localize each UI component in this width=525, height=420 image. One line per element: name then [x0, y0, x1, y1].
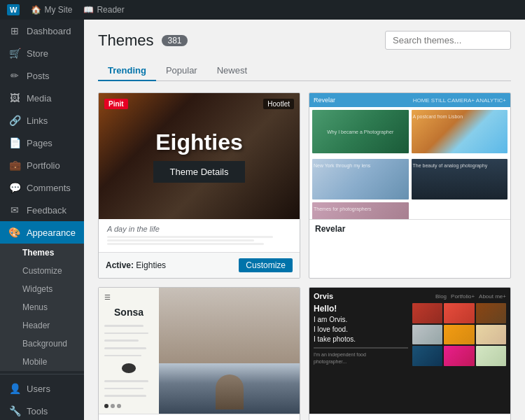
sonsa-sidebar: ☰ Sonsa: [99, 288, 159, 414]
orvis-body: Hello! I am Orvis. I love food. I take p…: [314, 303, 506, 366]
sidebar-item-tools[interactable]: 🔧 Tools: [0, 400, 84, 420]
pinterest-badge: Pinit: [104, 99, 128, 109]
reader-link[interactable]: 📖 Reader: [83, 5, 124, 15]
revelar-img-4: The beauty of analog photography: [412, 159, 508, 200]
sidebar-label-portfolio: Portfolio: [27, 160, 60, 171]
content-header: Themes 381: [98, 31, 511, 50]
sidebar-label-feedback: Feedback: [27, 205, 66, 216]
sidebar-item-links[interactable]: 🔗 Links: [0, 109, 84, 132]
sidebar-item-portfolio[interactable]: 💼 Portfolio: [0, 154, 84, 176]
wp-icon: W: [7, 4, 20, 15]
revelar-sub-grid: New York through my lens The beauty of a…: [309, 156, 510, 219]
main-layout: ⊞ Dashboard 🛒 Store ✏ Posts 🖼 Media 🔗 Li…: [0, 20, 525, 420]
sidebar-label-appearance: Appearance: [27, 227, 76, 238]
sidebar-sub-menus[interactable]: Menus: [0, 298, 84, 316]
food-img-7: [412, 346, 443, 366]
sidebar-item-users[interactable]: 👤 Users: [0, 377, 84, 400]
users-icon: 👤: [8, 383, 21, 394]
sonsa-avatar: [122, 363, 136, 372]
eighties-caption: A day in the life: [99, 219, 300, 252]
theme-tabs: Trending Popular Newest: [98, 61, 511, 81]
orvis-hero: Hello! I am Orvis. I love food. I take p…: [314, 303, 408, 366]
theme-card-eighties[interactable]: Pinit Hootlet Eighties Theme Details A d…: [98, 92, 300, 279]
revelar-img-5: Themes for photographers: [312, 202, 409, 219]
sidebar-sub-widgets[interactable]: Widgets: [0, 280, 84, 298]
orvis-nav-links: Blog Portfolio+ About me+: [435, 293, 506, 300]
sidebar-label-pages: Pages: [27, 138, 52, 148]
comments-icon: 💬: [8, 182, 21, 193]
sonsa-menu-icon: ☰: [104, 293, 153, 301]
sonsa-main-image: [159, 288, 300, 414]
reader-label: Reader: [97, 5, 124, 15]
mysite-label: My Site: [44, 5, 72, 15]
sidebar-label-links: Links: [27, 115, 48, 126]
food-img-5: [444, 325, 475, 345]
food-img-4: [412, 325, 443, 345]
revelar-nav-bar: Revelar HOME STILL CAMERA+ ANALYTIC+: [309, 93, 510, 107]
mysite-link[interactable]: 🏠 My Site: [31, 5, 72, 15]
revelar-preview: Revelar HOME STILL CAMERA+ ANALYTIC+ Why…: [309, 93, 510, 219]
sidebar-divider-1: [0, 374, 84, 374]
theme-details-button[interactable]: Theme Details: [153, 161, 246, 183]
theme-card-orvis[interactable]: Orvis Blog Portfolio+ About me+ Hello! I…: [309, 287, 511, 420]
sidebar-label-media: Media: [27, 93, 51, 104]
tools-icon: 🔧: [8, 405, 21, 416]
food-img-2: [444, 303, 475, 323]
sidebar-item-store[interactable]: 🛒 Store: [0, 42, 84, 64]
sidebar-label-comments: Comments: [27, 183, 71, 193]
active-theme-label: Active: Eighties: [106, 260, 166, 270]
search-input[interactable]: [385, 31, 511, 50]
sidebar-item-feedback[interactable]: ✉ Feedback: [0, 199, 84, 221]
sidebar-sub-mobile[interactable]: Mobile: [0, 353, 84, 371]
food-img-6: [476, 325, 507, 345]
sidebar-item-media[interactable]: 🖼 Media: [0, 87, 84, 109]
orvis-food-grid: [412, 303, 507, 366]
eighties-badges: Pinit Hootlet: [99, 99, 300, 109]
orvis-logo: Orvis: [314, 292, 333, 300]
wordpress-logo[interactable]: W: [7, 4, 20, 15]
page-title: Themes: [98, 31, 153, 50]
theme-card-revelar[interactable]: Revelar HOME STILL CAMERA+ ANALYTIC+ Why…: [309, 92, 511, 279]
sidebar-label-posts: Posts: [27, 71, 50, 81]
food-img-8: [444, 346, 475, 366]
sonsa-couple-image: [159, 363, 300, 414]
theme-grid: Pinit Hootlet Eighties Theme Details A d…: [98, 92, 511, 420]
reader-icon: 📖: [83, 5, 94, 15]
orvis-description: I'm an independent foodphotographer...: [314, 351, 408, 366]
revelar-img-1: Why I became a Photographer: [312, 110, 409, 153]
sidebar-sub-header[interactable]: Header: [0, 316, 84, 335]
sidebar-item-dashboard[interactable]: ⊞ Dashboard: [0, 20, 84, 42]
main-content: Themes 381 Trending Popular Newest Pinit: [84, 20, 525, 420]
revelar-name: Revelar: [309, 219, 510, 238]
sidebar-item-appearance[interactable]: 🎨 Appearance: [0, 221, 84, 244]
sonsa-name: Sonsa: [99, 414, 300, 420]
portfolio-icon: 💼: [8, 160, 21, 171]
sidebar: ⊞ Dashboard 🛒 Store ✏ Posts 🖼 Media 🔗 Li…: [0, 20, 84, 420]
orvis-name: Orvis: [309, 414, 510, 420]
links-icon: 🔗: [8, 115, 21, 126]
sidebar-item-pages[interactable]: 📄 Pages: [0, 132, 84, 154]
mysite-icon: 🏠: [31, 5, 41, 15]
sidebar-sub-customize[interactable]: Customize: [0, 262, 84, 280]
revelar-img-3: New York through my lens: [312, 159, 409, 200]
dashboard-icon: ⊞: [8, 25, 21, 36]
sidebar-label-tools: Tools: [27, 406, 48, 416]
theme-card-sonsa[interactable]: ☰ Sonsa: [98, 287, 300, 420]
media-icon: 🖼: [8, 92, 21, 104]
store-icon: 🛒: [8, 48, 21, 59]
sidebar-item-comments[interactable]: 💬 Comments: [0, 176, 84, 199]
feedback-icon: ✉: [8, 204, 21, 216]
tab-trending[interactable]: Trending: [98, 61, 156, 81]
top-bar: W 🏠 My Site 📖 Reader: [0, 0, 525, 20]
sidebar-item-posts[interactable]: ✏ Posts: [0, 64, 84, 87]
sidebar-sub-themes[interactable]: Themes: [0, 244, 84, 262]
posts-icon: ✏: [8, 70, 21, 81]
customize-button[interactable]: Customize: [239, 258, 293, 272]
sidebar-sub-background[interactable]: Background: [0, 335, 84, 353]
pages-icon: 📄: [8, 137, 21, 148]
revelar-img-2: A postcard from Lisbon: [412, 110, 508, 153]
tab-popular[interactable]: Popular: [156, 61, 207, 81]
sidebar-label-dashboard: Dashboard: [27, 26, 71, 36]
theme-count-badge: 381: [162, 35, 187, 46]
tab-newest[interactable]: Newest: [207, 61, 257, 81]
